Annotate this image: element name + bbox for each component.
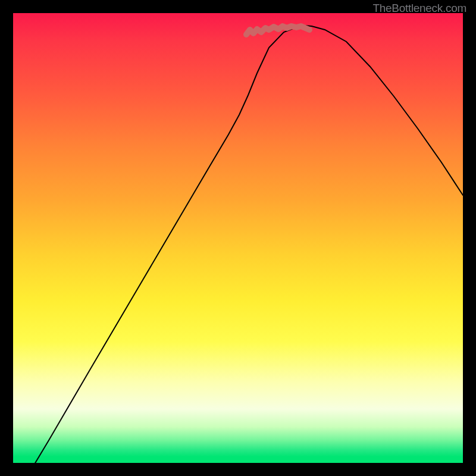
chart-container: TheBottleneck.com	[0, 0, 476, 476]
watermark-text: TheBottleneck.com	[372, 2, 466, 15]
chart-svg	[13, 13, 463, 463]
plot-area	[13, 13, 463, 463]
bottleneck-curve	[31, 26, 463, 463]
floor-segment	[246, 26, 309, 35]
